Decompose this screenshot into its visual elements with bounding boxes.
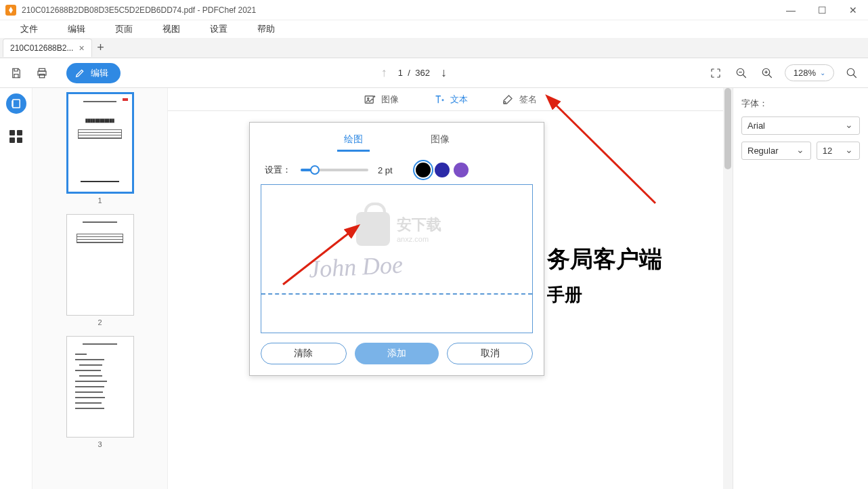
svg-line-4 [743, 75, 746, 78]
svg-rect-13 [12, 101, 13, 107]
thumb-number: 3 [46, 440, 154, 448]
stroke-pt-value: 2 pt [378, 165, 393, 175]
menu-file[interactable]: 文件 [5, 21, 53, 37]
fullscreen-icon[interactable] [708, 65, 724, 81]
color-black[interactable] [416, 163, 431, 177]
thumbnail-page-2[interactable]: 2 [46, 214, 154, 326]
add-button[interactable]: 添加 [355, 343, 439, 364]
menu-page[interactable]: 页面 [100, 21, 148, 37]
search-icon[interactable] [844, 65, 860, 81]
color-blue[interactable] [435, 163, 450, 177]
svg-point-20 [504, 102, 506, 104]
tab-close-icon[interactable]: × [79, 43, 84, 54]
menu-view[interactable]: 视图 [148, 21, 195, 37]
main: ████████████ 1 2 [0, 88, 868, 489]
new-tab-button[interactable]: + [92, 41, 110, 55]
font-family-select[interactable]: Arial [741, 116, 860, 135]
sample-signature: John Doe [308, 250, 404, 283]
stroke-width-slider[interactable] [301, 169, 368, 171]
maximize-button[interactable]: ☐ [812, 5, 831, 16]
zoom-out-icon[interactable] [733, 65, 750, 81]
zoom-dropdown[interactable]: 128% ⌄ [785, 64, 834, 81]
font-weight-select[interactable]: Regular [741, 142, 811, 160]
insert-image-tool[interactable]: 图像 [364, 93, 399, 106]
thumbnail-page-1[interactable]: ████████████ 1 [46, 92, 154, 205]
clear-button[interactable]: 清除 [261, 343, 347, 364]
menu-settings[interactable]: 设置 [195, 21, 242, 37]
menubar: 文件 编辑 页面 视图 设置 帮助 [0, 20, 868, 38]
zoom-in-icon[interactable] [759, 65, 775, 81]
canvas[interactable]: 图像 文本 签名 务局客户端 手册 绘图 图像 设置： [168, 88, 733, 489]
properties-sidebar: 字体： Arial Regular 12 [733, 88, 868, 489]
signature-draw-area[interactable]: 安下载 anxz.com John Doe [261, 184, 533, 333]
svg-rect-12 [12, 100, 20, 108]
document-text-line1: 务局客户端 [547, 244, 662, 275]
window-title: 210C012688B2DB08D3E5C5D2EDB6DD74.pdf - P… [22, 5, 781, 15]
svg-line-21 [554, 103, 655, 203]
signature-panel: 绘图 图像 设置： 2 pt 安下载 [249, 122, 544, 376]
document-text-line2: 手册 [547, 283, 582, 307]
svg-point-15 [368, 98, 369, 99]
document-tab[interactable]: 210C012688B2... × [3, 39, 92, 57]
cancel-button[interactable]: 取消 [447, 343, 533, 364]
watermark: 安下载 anxz.com [356, 212, 441, 246]
zoom-value: 128% [794, 68, 816, 78]
tab-label: 210C012688B2... [10, 43, 73, 53]
edit-tools-bar: 图像 文本 签名 [168, 88, 733, 111]
svg-rect-2 [39, 74, 45, 77]
signature-tab-image[interactable]: 图像 [424, 129, 456, 152]
prev-page-icon[interactable]: ↑ [381, 66, 387, 80]
scrollbar[interactable] [723, 88, 733, 489]
thumb-number: 1 [46, 196, 154, 205]
save-icon[interactable] [8, 65, 24, 81]
menu-help[interactable]: 帮助 [242, 21, 290, 37]
svg-point-10 [847, 68, 854, 76]
thumbnails-view-button[interactable] [6, 93, 26, 114]
minimize-button[interactable]: — [781, 5, 800, 16]
tabbar: 210C012688B2... × + [0, 38, 868, 58]
toolbar: 编辑 ↑ 1 / 362 ↓ 128% ⌄ [0, 58, 868, 88]
svg-line-11 [853, 75, 856, 78]
page-total: 362 [415, 68, 430, 78]
annotation-arrow-1 [540, 95, 676, 219]
grid-view-button[interactable] [6, 126, 26, 146]
insert-text-tool[interactable]: 文本 [433, 93, 468, 106]
font-label: 字体： [741, 98, 860, 110]
thumbnails-panel[interactable]: ████████████ 1 2 [32, 88, 168, 489]
thumbnail-page-3[interactable]: 3 [46, 336, 154, 448]
chevron-down-icon: ⌄ [820, 69, 825, 77]
close-button[interactable]: ✕ [844, 5, 863, 16]
page-indicator: 1 / 362 [398, 68, 430, 78]
print-icon[interactable] [34, 65, 50, 81]
edit-mode-button[interactable]: 编辑 [66, 63, 121, 83]
color-purple[interactable] [454, 163, 469, 177]
settings-label: 设置： [265, 164, 291, 176]
baseline [261, 293, 532, 295]
app-icon [5, 5, 16, 16]
menu-edit[interactable]: 编辑 [53, 21, 100, 37]
lock-icon [356, 212, 390, 246]
page-current[interactable]: 1 [398, 68, 403, 78]
signature-tab-draw[interactable]: 绘图 [337, 129, 370, 152]
titlebar: 210C012688B2DB08D3E5C5D2EDB6DD74.pdf - P… [0, 0, 868, 20]
font-size-select[interactable]: 12 [817, 142, 860, 160]
left-rail [0, 88, 32, 489]
edit-label: 编辑 [91, 67, 108, 79]
color-swatches [416, 163, 469, 177]
signature-tabs: 绘图 图像 [261, 129, 533, 152]
svg-line-7 [768, 75, 772, 78]
next-page-icon[interactable]: ↓ [441, 66, 447, 80]
thumb-number: 2 [46, 318, 154, 326]
insert-signature-tool[interactable]: 签名 [502, 93, 537, 106]
